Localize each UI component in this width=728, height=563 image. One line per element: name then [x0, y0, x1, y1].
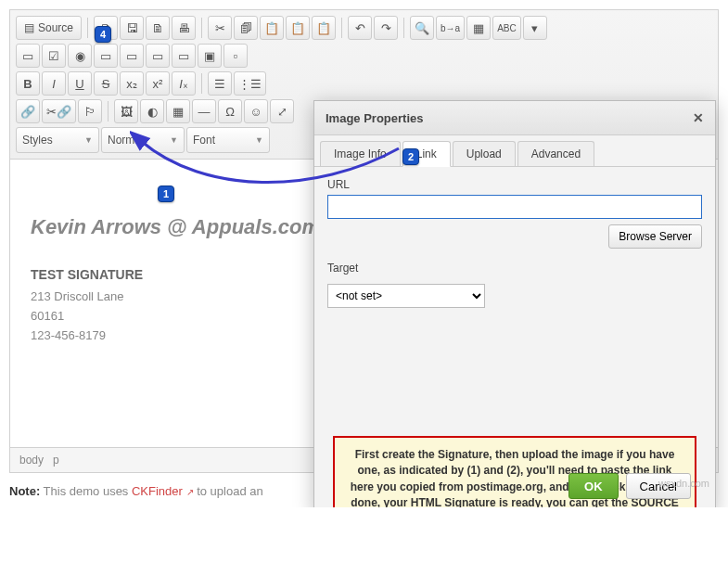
hidden-icon[interactable]: ▫: [224, 44, 248, 68]
caret-icon: ▼: [84, 135, 93, 145]
checkbox-icon[interactable]: ☑: [42, 44, 66, 68]
watermark: wsxdn.com: [658, 478, 709, 489]
target-label: Target: [327, 262, 702, 275]
badge-4: 4: [95, 26, 111, 43]
save-icon[interactable]: 🖫: [120, 16, 144, 40]
spellcheck-icon[interactable]: ABC: [492, 16, 521, 40]
replace-icon[interactable]: b→a: [436, 16, 465, 40]
paste-word-icon[interactable]: 📋: [312, 16, 336, 40]
bulletlist-icon[interactable]: ⋮☰: [234, 71, 266, 96]
caret-icon: ▼: [170, 135, 178, 145]
path-p[interactable]: p: [53, 454, 59, 467]
radio-icon[interactable]: ◉: [68, 44, 92, 68]
tab-upload[interactable]: Upload: [453, 141, 516, 166]
textfield-icon[interactable]: ▭: [94, 44, 118, 68]
flash-icon[interactable]: ◐: [140, 99, 164, 123]
redo-icon[interactable]: ↷: [374, 16, 398, 40]
selectall-icon[interactable]: ▦: [466, 16, 491, 40]
badge-1: 1: [158, 186, 174, 202]
copy-icon[interactable]: 🗐: [234, 16, 258, 40]
paste-icon[interactable]: 📋: [260, 16, 284, 40]
strike-icon[interactable]: S: [94, 71, 118, 96]
source-button[interactable]: ▤ Source: [16, 16, 82, 40]
imagebutton-icon[interactable]: ▣: [198, 44, 222, 68]
undo-icon[interactable]: ↶: [348, 16, 372, 40]
subscript-icon[interactable]: x₂: [120, 71, 144, 96]
removeformat-icon[interactable]: Iₓ: [172, 71, 196, 96]
ok-button[interactable]: OK: [568, 473, 619, 499]
path-body[interactable]: body: [19, 454, 44, 467]
paste-text-icon[interactable]: 📋: [286, 16, 310, 40]
external-link-icon: ↗: [186, 487, 194, 497]
font-dropdown[interactable]: Font ▼: [186, 127, 270, 153]
pagebreak-icon[interactable]: ⤢: [270, 99, 294, 123]
print-icon[interactable]: 🖶: [172, 16, 196, 40]
url-label: URL: [327, 178, 702, 191]
numberlist-icon[interactable]: ☰: [208, 71, 232, 96]
cut-icon[interactable]: ✂: [208, 16, 232, 40]
browse-server-button[interactable]: Browse Server: [608, 224, 702, 249]
button-icon[interactable]: ▭: [172, 44, 196, 68]
badge-2: 2: [402, 148, 419, 165]
form-icon[interactable]: ▭: [16, 44, 40, 68]
tab-advanced[interactable]: Advanced: [517, 141, 594, 166]
superscript-icon[interactable]: x²: [146, 71, 170, 96]
target-select[interactable]: <not set>: [327, 284, 485, 308]
preview-icon[interactable]: 🗎: [146, 16, 170, 40]
caret-icon: ▼: [255, 135, 263, 145]
styles-dropdown[interactable]: Styles ▼: [16, 127, 99, 153]
select-icon[interactable]: ▭: [146, 44, 170, 68]
dialog-title: Image Properties: [326, 111, 424, 125]
find-icon[interactable]: 🔍: [410, 16, 434, 40]
dialog-body: URL Browse Server Target <not set> First…: [314, 167, 715, 507]
bold-icon[interactable]: B: [16, 71, 40, 96]
table-icon[interactable]: ▦: [166, 99, 190, 123]
image-icon[interactable]: 🖼: [114, 99, 138, 123]
tab-image-info[interactable]: Image Info: [320, 141, 401, 166]
close-icon[interactable]: ✕: [693, 110, 704, 125]
hr-icon[interactable]: —: [192, 99, 216, 123]
textarea-icon[interactable]: ▭: [120, 44, 144, 68]
url-input[interactable]: [327, 195, 702, 219]
format-dropdown[interactable]: Normal ▼: [101, 127, 185, 153]
dialog-tabs: Image Info Link Upload Advanced: [314, 135, 715, 167]
link-icon[interactable]: 🔗: [16, 99, 40, 123]
smiley-icon[interactable]: ☺: [244, 99, 268, 123]
image-properties-dialog: Image Properties ✕ Image Info Link Uploa…: [313, 100, 716, 507]
unlink-icon[interactable]: ✂🔗: [42, 99, 76, 123]
source-label: Source: [38, 21, 73, 34]
ckfinder-link[interactable]: CKFinder ↗: [132, 484, 194, 498]
toolbar-caret-icon[interactable]: ▾: [523, 16, 547, 40]
specialchar-icon[interactable]: Ω: [218, 99, 242, 123]
dialog-titlebar[interactable]: Image Properties ✕: [314, 101, 715, 135]
anchor-icon[interactable]: 🏳: [78, 99, 102, 123]
italic-icon[interactable]: I: [42, 71, 66, 96]
underline-icon[interactable]: U: [68, 71, 92, 96]
